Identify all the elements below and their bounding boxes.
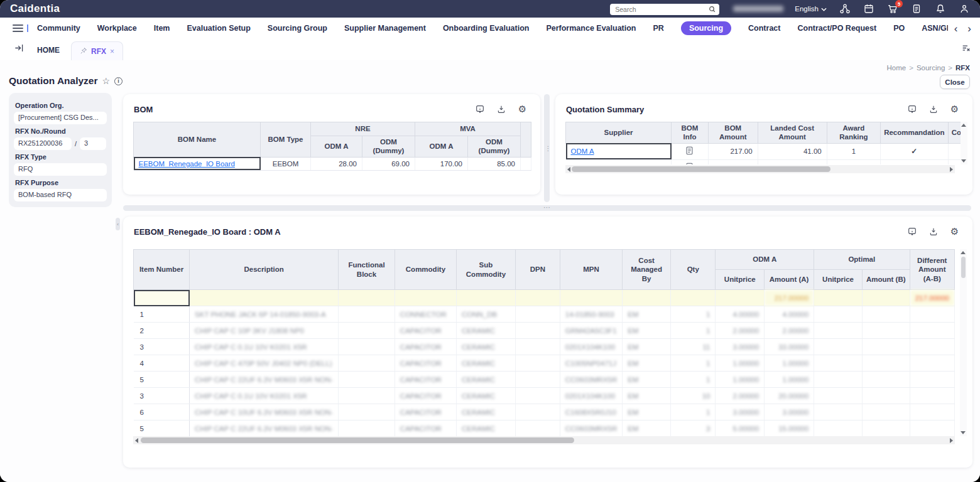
- col-award-ranking[interactable]: Award Ranking: [827, 122, 880, 144]
- scroll-down-icon[interactable]: [961, 159, 966, 163]
- col-bom-type[interactable]: BOM Type: [261, 122, 311, 158]
- nav-item-supplier-management[interactable]: Supplier Management: [344, 24, 426, 33]
- cell-item[interactable]: 5: [134, 420, 190, 437]
- cell-dpn[interactable]: [515, 323, 560, 339]
- col-dpn[interactable]: DPN: [515, 250, 560, 290]
- cell-cmb[interactable]: EM: [623, 323, 671, 339]
- supplier-cell[interactable]: ODM A: [566, 143, 672, 159]
- scroll-down-icon[interactable]: [961, 431, 966, 434]
- cell-dpn[interactable]: [515, 404, 560, 420]
- nav-item-performance-evaluation[interactable]: Performance Evaluation: [546, 24, 636, 33]
- cell-sub[interactable]: CONN_DB: [456, 306, 515, 323]
- cell-qty[interactable]: 1: [671, 323, 716, 339]
- cell-sub[interactable]: CERAMIC: [456, 355, 515, 372]
- cell-qty[interactable]: 10: [671, 388, 716, 404]
- nav-item-po[interactable]: PO: [893, 24, 905, 33]
- cell-sub[interactable]: CERAMIC: [456, 323, 515, 339]
- calendar-icon[interactable]: [863, 3, 874, 14]
- cell-dpn[interactable]: [515, 306, 560, 323]
- cell-item[interactable]: 4: [134, 355, 190, 372]
- scrollbar-thumb[interactable]: [961, 257, 966, 278]
- operation-org-field[interactable]: [Procurement] CSG Des...: [14, 112, 107, 124]
- cell-item[interactable]: 3: [134, 388, 190, 404]
- cell-amt-a[interactable]: 1.00000: [765, 355, 814, 372]
- nav-item-contract-po-request[interactable]: Contract/PO Request: [797, 24, 876, 33]
- scroll-right-icon[interactable]: [950, 438, 953, 443]
- download-icon[interactable]: [928, 104, 939, 114]
- col-landed-cost[interactable]: Landed Cost Amount: [758, 122, 827, 144]
- cell-cmb[interactable]: EM: [623, 306, 671, 323]
- close-all-tabs-icon[interactable]: [961, 43, 971, 55]
- col-odm-a-amount[interactable]: Amount (A): [765, 270, 814, 290]
- panel-collapse-handle[interactable]: ‹: [116, 218, 120, 230]
- cell-amt-a[interactable]: 33.00000: [765, 339, 814, 355]
- mva-odm-dummy-cell[interactable]: 85.00: [468, 157, 521, 170]
- cell-qty[interactable]: 11: [671, 339, 716, 355]
- col-commodity[interactable]: Commodity: [395, 250, 456, 290]
- gear-icon[interactable]: ⚙: [517, 104, 528, 114]
- cell-cmb[interactable]: EM: [623, 339, 671, 355]
- cell-fb[interactable]: [339, 420, 395, 437]
- scroll-right-icon[interactable]: [950, 167, 953, 172]
- cell-amt-a[interactable]: 3.00000: [765, 404, 814, 420]
- cell-mpn[interactable]: CC0603MRX5R: [560, 420, 622, 437]
- cell-amt-b[interactable]: [862, 306, 910, 323]
- cell-diff[interactable]: [910, 355, 955, 372]
- cell-cmb[interactable]: EM: [623, 355, 671, 372]
- nav-item-asn-gr[interactable]: ASN/GR: [922, 24, 947, 33]
- detail-vertical-scrollbar[interactable]: [960, 249, 967, 436]
- bom-amount-cell[interactable]: 217.00: [708, 143, 758, 159]
- cell-diff[interactable]: [910, 372, 955, 388]
- cell-fb[interactable]: [339, 323, 395, 339]
- vertical-splitter[interactable]: ⋮: [544, 94, 550, 202]
- cell-mpn[interactable]: 14-01850-9003: [560, 306, 622, 323]
- bom-type-cell[interactable]: EEBOM: [261, 157, 311, 170]
- cell-fb[interactable]: [339, 388, 395, 404]
- cell-amt-b[interactable]: [862, 323, 910, 339]
- col-item-number[interactable]: Item Number: [134, 250, 190, 290]
- cell-unit-a[interactable]: 3.00000: [716, 339, 765, 355]
- cell-desc[interactable]: CHIP CAP C 22UF 6.3V M0603 X5R NON-: [190, 420, 339, 437]
- rfx-round-field[interactable]: 3: [80, 137, 106, 150]
- cell-cmb[interactable]: EM: [623, 420, 671, 437]
- cell-unit-b[interactable]: [814, 306, 863, 323]
- summary-amount-a[interactable]: 217.00000: [765, 290, 814, 306]
- col-description[interactable]: Description: [190, 250, 339, 290]
- cell-mpn[interactable]: C1608X5R0J10: [560, 404, 622, 420]
- award-ranking-cell[interactable]: 1: [827, 143, 880, 159]
- cell-sub[interactable]: CERAMIC: [456, 420, 515, 437]
- col-sub-commodity[interactable]: Sub Commodity: [456, 250, 515, 290]
- nav-item-community[interactable]: Community: [37, 24, 80, 33]
- cell-mpn[interactable]: 0201X104K100: [560, 388, 622, 404]
- col-odm-a-unitprice[interactable]: Unitprice: [716, 270, 765, 290]
- cell-comm[interactable]: CAPACITOR: [395, 323, 456, 339]
- cell-unit-b[interactable]: [814, 323, 863, 339]
- cell-item[interactable]: 5: [134, 372, 190, 388]
- cell-qty[interactable]: 1: [671, 372, 716, 388]
- cell-sub[interactable]: CERAMIC: [456, 372, 515, 388]
- cell-amt-b[interactable]: [862, 388, 910, 404]
- cell-unit-b[interactable]: [814, 372, 863, 388]
- cell-desc[interactable]: CHIP CAP C 10UF 6.3V M0603 X5R NON-: [190, 404, 339, 420]
- scroll-up-icon[interactable]: [961, 124, 966, 127]
- cell-comm[interactable]: CAPACITOR: [395, 388, 456, 404]
- cell-desc[interactable]: CHIP CAP C 0.1U 10V K0201 X5R: [190, 339, 339, 355]
- col-group-nre[interactable]: NRE: [311, 122, 415, 136]
- cell-comm[interactable]: CAPACITOR: [395, 372, 456, 388]
- cell-cmb[interactable]: EM: [623, 372, 671, 388]
- cell-qty[interactable]: 1: [671, 355, 716, 372]
- scrollbar-thumb[interactable]: [572, 166, 830, 172]
- nav-item-onboarding-evaluation[interactable]: Onboarding Evaluation: [443, 24, 530, 33]
- cell-qty[interactable]: 1: [671, 404, 716, 420]
- cell-dpn[interactable]: [515, 388, 560, 404]
- recommendation-check-icon[interactable]: ✓: [881, 143, 949, 159]
- cell-sub[interactable]: CERAMIC: [456, 339, 515, 355]
- cart-icon[interactable]: 5: [887, 3, 898, 14]
- hamburger-icon[interactable]: [13, 24, 23, 32]
- cell-unit-a[interactable]: 1.00000: [716, 355, 765, 372]
- breadcrumb-sourcing[interactable]: Sourcing: [917, 64, 945, 72]
- nav-item-workplace[interactable]: Workplace: [97, 24, 137, 33]
- rfx-type-field[interactable]: RFQ: [14, 163, 107, 176]
- cell-item[interactable]: 1: [134, 306, 190, 323]
- tab-rfx[interactable]: RFX ×: [71, 41, 123, 60]
